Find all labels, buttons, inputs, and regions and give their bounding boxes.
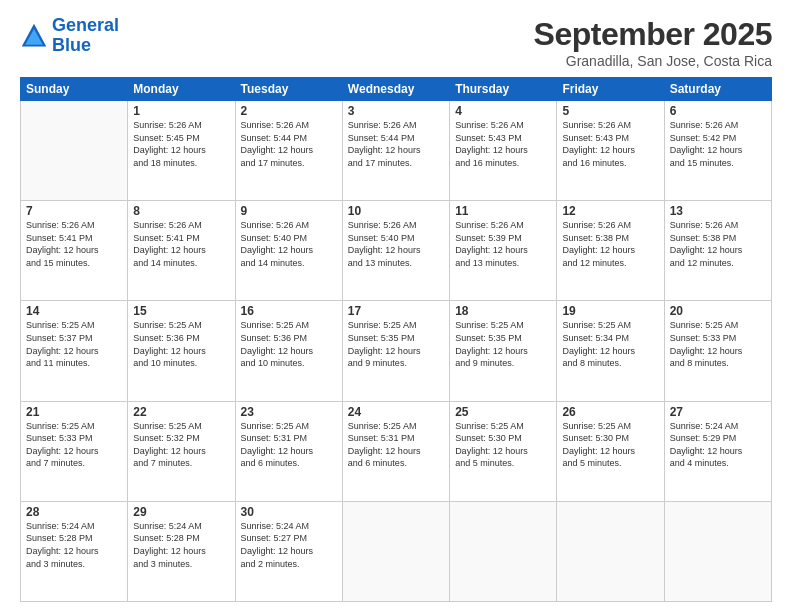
calendar-cell: 27Sunrise: 5:24 AM Sunset: 5:29 PM Dayli… — [664, 401, 771, 501]
week-row-3: 21Sunrise: 5:25 AM Sunset: 5:33 PM Dayli… — [21, 401, 772, 501]
day-number: 15 — [133, 304, 229, 318]
calendar-cell: 21Sunrise: 5:25 AM Sunset: 5:33 PM Dayli… — [21, 401, 128, 501]
day-number: 30 — [241, 505, 337, 519]
day-info: Sunrise: 5:26 AM Sunset: 5:43 PM Dayligh… — [562, 119, 658, 169]
day-number: 13 — [670, 204, 766, 218]
day-info: Sunrise: 5:26 AM Sunset: 5:44 PM Dayligh… — [241, 119, 337, 169]
calendar-cell — [557, 501, 664, 601]
day-info: Sunrise: 5:26 AM Sunset: 5:39 PM Dayligh… — [455, 219, 551, 269]
weekday-header-saturday: Saturday — [664, 78, 771, 101]
day-number: 2 — [241, 104, 337, 118]
day-number: 6 — [670, 104, 766, 118]
calendar-cell: 26Sunrise: 5:25 AM Sunset: 5:30 PM Dayli… — [557, 401, 664, 501]
day-info: Sunrise: 5:25 AM Sunset: 5:35 PM Dayligh… — [348, 319, 444, 369]
calendar-cell: 2Sunrise: 5:26 AM Sunset: 5:44 PM Daylig… — [235, 101, 342, 201]
calendar-cell: 10Sunrise: 5:26 AM Sunset: 5:40 PM Dayli… — [342, 201, 449, 301]
week-row-1: 7Sunrise: 5:26 AM Sunset: 5:41 PM Daylig… — [21, 201, 772, 301]
logo: General Blue — [20, 16, 119, 56]
day-info: Sunrise: 5:25 AM Sunset: 5:30 PM Dayligh… — [562, 420, 658, 470]
day-number: 3 — [348, 104, 444, 118]
day-info: Sunrise: 5:26 AM Sunset: 5:38 PM Dayligh… — [562, 219, 658, 269]
day-number: 5 — [562, 104, 658, 118]
weekday-header-tuesday: Tuesday — [235, 78, 342, 101]
weekday-header-sunday: Sunday — [21, 78, 128, 101]
week-row-4: 28Sunrise: 5:24 AM Sunset: 5:28 PM Dayli… — [21, 501, 772, 601]
day-info: Sunrise: 5:26 AM Sunset: 5:40 PM Dayligh… — [241, 219, 337, 269]
calendar-cell: 7Sunrise: 5:26 AM Sunset: 5:41 PM Daylig… — [21, 201, 128, 301]
day-info: Sunrise: 5:26 AM Sunset: 5:42 PM Dayligh… — [670, 119, 766, 169]
day-info: Sunrise: 5:25 AM Sunset: 5:32 PM Dayligh… — [133, 420, 229, 470]
page: General Blue September 2025 Granadilla, … — [0, 0, 792, 612]
calendar-table: SundayMondayTuesdayWednesdayThursdayFrid… — [20, 77, 772, 602]
calendar-cell: 12Sunrise: 5:26 AM Sunset: 5:38 PM Dayli… — [557, 201, 664, 301]
calendar-cell: 16Sunrise: 5:25 AM Sunset: 5:36 PM Dayli… — [235, 301, 342, 401]
day-number: 4 — [455, 104, 551, 118]
header: General Blue September 2025 Granadilla, … — [20, 16, 772, 69]
day-number: 18 — [455, 304, 551, 318]
day-info: Sunrise: 5:26 AM Sunset: 5:44 PM Dayligh… — [348, 119, 444, 169]
day-number: 25 — [455, 405, 551, 419]
day-number: 14 — [26, 304, 122, 318]
day-number: 10 — [348, 204, 444, 218]
calendar-cell: 22Sunrise: 5:25 AM Sunset: 5:32 PM Dayli… — [128, 401, 235, 501]
day-info: Sunrise: 5:25 AM Sunset: 5:34 PM Dayligh… — [562, 319, 658, 369]
day-info: Sunrise: 5:25 AM Sunset: 5:31 PM Dayligh… — [348, 420, 444, 470]
day-number: 17 — [348, 304, 444, 318]
calendar-cell: 4Sunrise: 5:26 AM Sunset: 5:43 PM Daylig… — [450, 101, 557, 201]
day-number: 22 — [133, 405, 229, 419]
day-info: Sunrise: 5:25 AM Sunset: 5:35 PM Dayligh… — [455, 319, 551, 369]
location-subtitle: Granadilla, San Jose, Costa Rica — [534, 53, 772, 69]
weekday-header-friday: Friday — [557, 78, 664, 101]
calendar-cell: 28Sunrise: 5:24 AM Sunset: 5:28 PM Dayli… — [21, 501, 128, 601]
day-info: Sunrise: 5:24 AM Sunset: 5:27 PM Dayligh… — [241, 520, 337, 570]
day-number: 11 — [455, 204, 551, 218]
calendar-cell — [450, 501, 557, 601]
day-number: 24 — [348, 405, 444, 419]
calendar-cell: 18Sunrise: 5:25 AM Sunset: 5:35 PM Dayli… — [450, 301, 557, 401]
day-number: 28 — [26, 505, 122, 519]
day-number: 1 — [133, 104, 229, 118]
day-number: 23 — [241, 405, 337, 419]
calendar-cell: 9Sunrise: 5:26 AM Sunset: 5:40 PM Daylig… — [235, 201, 342, 301]
logo-line2: Blue — [52, 35, 91, 55]
calendar-cell — [664, 501, 771, 601]
day-info: Sunrise: 5:24 AM Sunset: 5:28 PM Dayligh… — [133, 520, 229, 570]
calendar-cell: 24Sunrise: 5:25 AM Sunset: 5:31 PM Dayli… — [342, 401, 449, 501]
calendar-cell: 15Sunrise: 5:25 AM Sunset: 5:36 PM Dayli… — [128, 301, 235, 401]
week-row-0: 1Sunrise: 5:26 AM Sunset: 5:45 PM Daylig… — [21, 101, 772, 201]
calendar-cell — [342, 501, 449, 601]
calendar-cell: 5Sunrise: 5:26 AM Sunset: 5:43 PM Daylig… — [557, 101, 664, 201]
week-row-2: 14Sunrise: 5:25 AM Sunset: 5:37 PM Dayli… — [21, 301, 772, 401]
weekday-header-wednesday: Wednesday — [342, 78, 449, 101]
day-info: Sunrise: 5:25 AM Sunset: 5:33 PM Dayligh… — [26, 420, 122, 470]
day-info: Sunrise: 5:26 AM Sunset: 5:41 PM Dayligh… — [26, 219, 122, 269]
day-number: 12 — [562, 204, 658, 218]
calendar-cell: 3Sunrise: 5:26 AM Sunset: 5:44 PM Daylig… — [342, 101, 449, 201]
day-number: 7 — [26, 204, 122, 218]
day-number: 27 — [670, 405, 766, 419]
calendar-cell: 6Sunrise: 5:26 AM Sunset: 5:42 PM Daylig… — [664, 101, 771, 201]
title-block: September 2025 Granadilla, San Jose, Cos… — [534, 16, 772, 69]
day-info: Sunrise: 5:26 AM Sunset: 5:41 PM Dayligh… — [133, 219, 229, 269]
weekday-header-row: SundayMondayTuesdayWednesdayThursdayFrid… — [21, 78, 772, 101]
calendar-cell: 17Sunrise: 5:25 AM Sunset: 5:35 PM Dayli… — [342, 301, 449, 401]
calendar-cell: 30Sunrise: 5:24 AM Sunset: 5:27 PM Dayli… — [235, 501, 342, 601]
day-info: Sunrise: 5:26 AM Sunset: 5:43 PM Dayligh… — [455, 119, 551, 169]
calendar-cell: 20Sunrise: 5:25 AM Sunset: 5:33 PM Dayli… — [664, 301, 771, 401]
calendar-cell — [21, 101, 128, 201]
day-info: Sunrise: 5:25 AM Sunset: 5:31 PM Dayligh… — [241, 420, 337, 470]
calendar-cell: 14Sunrise: 5:25 AM Sunset: 5:37 PM Dayli… — [21, 301, 128, 401]
calendar-cell: 19Sunrise: 5:25 AM Sunset: 5:34 PM Dayli… — [557, 301, 664, 401]
day-info: Sunrise: 5:24 AM Sunset: 5:29 PM Dayligh… — [670, 420, 766, 470]
logo-icon — [20, 22, 48, 50]
day-info: Sunrise: 5:25 AM Sunset: 5:30 PM Dayligh… — [455, 420, 551, 470]
calendar-cell: 29Sunrise: 5:24 AM Sunset: 5:28 PM Dayli… — [128, 501, 235, 601]
day-number: 16 — [241, 304, 337, 318]
day-info: Sunrise: 5:25 AM Sunset: 5:36 PM Dayligh… — [241, 319, 337, 369]
calendar-cell: 25Sunrise: 5:25 AM Sunset: 5:30 PM Dayli… — [450, 401, 557, 501]
day-info: Sunrise: 5:26 AM Sunset: 5:40 PM Dayligh… — [348, 219, 444, 269]
calendar-cell: 1Sunrise: 5:26 AM Sunset: 5:45 PM Daylig… — [128, 101, 235, 201]
day-info: Sunrise: 5:25 AM Sunset: 5:33 PM Dayligh… — [670, 319, 766, 369]
day-info: Sunrise: 5:26 AM Sunset: 5:45 PM Dayligh… — [133, 119, 229, 169]
weekday-header-monday: Monday — [128, 78, 235, 101]
